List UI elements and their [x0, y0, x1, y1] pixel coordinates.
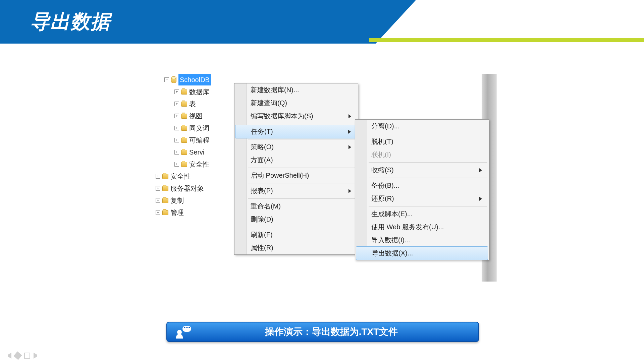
chevron-right-icon [348, 189, 351, 193]
tree-node[interactable]: +同义词 [154, 122, 212, 134]
folder-icon [181, 162, 187, 167]
prev-slide-icon[interactable] [5, 353, 11, 359]
menu-item-label: 收缩(S) [371, 166, 394, 175]
expand-icon[interactable]: + [174, 89, 179, 94]
tree-node[interactable]: +Servi [154, 146, 212, 158]
menu-separator [248, 168, 357, 168]
expand-icon[interactable]: + [174, 162, 179, 167]
tree-label: 表 [189, 98, 196, 110]
menu-item[interactable]: 重命名(M) [234, 200, 358, 213]
tree-node[interactable]: +管理 [154, 206, 212, 219]
expand-icon[interactable]: + [174, 102, 179, 106]
slide-nav-hints[interactable] [5, 353, 40, 359]
tree-node[interactable]: +数据库 [154, 86, 212, 98]
folder-icon [181, 114, 187, 119]
chevron-right-icon [479, 168, 482, 172]
menu-item[interactable]: 生成脚本(E)... [355, 207, 489, 221]
menu-item-label: 任务(T) [251, 127, 273, 136]
chevron-right-icon [348, 130, 351, 134]
menu-item[interactable]: 报表(P) [234, 184, 358, 197]
object-explorer-tree[interactable]: − SchoolDB +数据库+表+视图+同义词+可编程+Servi+安全性 +… [154, 74, 212, 219]
menu-item[interactable]: 导入数据(I)... [355, 234, 489, 247]
tree-node[interactable]: +安全性 [154, 158, 212, 170]
expand-icon[interactable]: + [156, 174, 160, 179]
pen-icon[interactable] [13, 351, 22, 360]
tree-label: 服务器对象 [170, 183, 204, 194]
menu-item-label: 属性(R) [251, 243, 273, 252]
menu-separator [248, 227, 357, 227]
menu-item-label: 方面(A) [251, 156, 273, 165]
header-accent [369, 38, 644, 42]
menu-item[interactable]: 新建查询(Q) [234, 97, 358, 110]
tree-label: 安全性 [189, 159, 209, 170]
folder-icon [162, 210, 168, 215]
menu-item[interactable]: 还原(R) [355, 192, 489, 205]
menu-item[interactable]: 启动 PowerShell(H) [234, 169, 358, 182]
tree-label: Servi [189, 146, 205, 158]
menu-item-label: 生成脚本(E)... [371, 209, 413, 219]
tree-label: 同义词 [189, 122, 209, 134]
folder-icon [181, 102, 187, 107]
menu-item[interactable]: 删除(D) [234, 213, 358, 226]
expand-icon[interactable]: + [156, 198, 160, 203]
chevron-right-icon [348, 145, 351, 149]
menu-item-label: 编写数据库脚本为(S) [251, 112, 313, 121]
tasks-submenu[interactable]: 分离(D)...脱机(T)联机(I)收缩(S)备份(B)...还原(R)生成脚本… [355, 119, 489, 260]
demo-caption-bar: 操作演示：导出数据为.TXT文件 [166, 322, 479, 342]
menu-item[interactable]: 导出数据(X)... [356, 246, 488, 260]
tree-node[interactable]: +复制 [154, 194, 212, 206]
menu-item[interactable]: 属性(R) [234, 241, 358, 254]
tree-label: SchoolDB [178, 74, 211, 85]
folder-icon [162, 198, 168, 203]
app-screenshot: − SchoolDB +数据库+表+视图+同义词+可编程+Servi+安全性 +… [154, 74, 496, 288]
menu-item-label: 联机(I) [371, 150, 391, 159]
menu-separator [248, 198, 357, 199]
expand-icon[interactable]: + [174, 114, 179, 118]
menu-item-label: 报表(P) [251, 186, 273, 195]
menu-separator [369, 206, 487, 206]
menu-item: 联机(I) [355, 148, 489, 161]
expand-icon[interactable]: + [174, 150, 179, 155]
menu-item[interactable]: 备份(B)... [355, 179, 489, 192]
menu-item[interactable]: 任务(T) [235, 125, 357, 138]
menu-item[interactable]: 方面(A) [234, 154, 358, 167]
tree-node[interactable]: +服务器对象 [154, 182, 212, 194]
menu-item[interactable]: 收缩(S) [355, 164, 489, 177]
tree-node[interactable]: +可编程 [154, 134, 212, 146]
menu-item-label: 分离(D)... [371, 122, 399, 131]
collapse-icon[interactable]: − [164, 77, 169, 82]
tree-node-schooldb[interactable]: − SchoolDB [154, 74, 212, 86]
expand-icon[interactable]: + [174, 138, 179, 142]
tree-node[interactable]: +表 [154, 98, 212, 110]
tree-label: 管理 [170, 207, 184, 218]
expand-icon[interactable]: + [174, 126, 179, 130]
menu-item-label: 重命名(M) [251, 202, 281, 211]
menu-item[interactable]: 编写数据库脚本为(S) [234, 110, 358, 123]
folder-icon [162, 186, 168, 191]
menu-separator [369, 134, 487, 134]
chevron-right-icon [348, 114, 351, 118]
context-menu[interactable]: 新建数据库(N)...新建查询(Q)编写数据库脚本为(S)任务(T)策略(O)方… [234, 83, 358, 255]
expand-icon[interactable]: + [156, 210, 160, 215]
screen-icon[interactable] [24, 353, 30, 359]
tree-label: 数据库 [189, 86, 209, 98]
menu-item-label: 使用 Web 服务发布(U)... [371, 223, 444, 232]
tree-node[interactable]: +视图 [154, 110, 212, 122]
menu-item[interactable]: 脱机(T) [355, 135, 489, 148]
folder-icon [181, 126, 187, 131]
menu-item[interactable]: 刷新(F) [234, 228, 358, 241]
expand-icon[interactable]: + [156, 186, 160, 191]
folder-icon [181, 150, 187, 155]
menu-separator [369, 178, 487, 178]
database-icon [171, 76, 176, 83]
tree-node[interactable]: +安全性 [154, 170, 212, 182]
menu-item[interactable]: 分离(D)... [355, 120, 489, 133]
menu-item[interactable]: 使用 Web 服务发布(U)... [355, 221, 489, 234]
next-slide-icon[interactable] [34, 353, 40, 359]
menu-item[interactable]: 新建数据库(N)... [234, 83, 358, 97]
tree-label: 安全性 [170, 171, 191, 182]
menu-item-label: 新建数据库(N)... [251, 85, 299, 95]
menu-separator [248, 183, 357, 183]
menu-item[interactable]: 策略(O) [234, 140, 358, 154]
menu-item-label: 新建查询(Q) [251, 99, 287, 108]
